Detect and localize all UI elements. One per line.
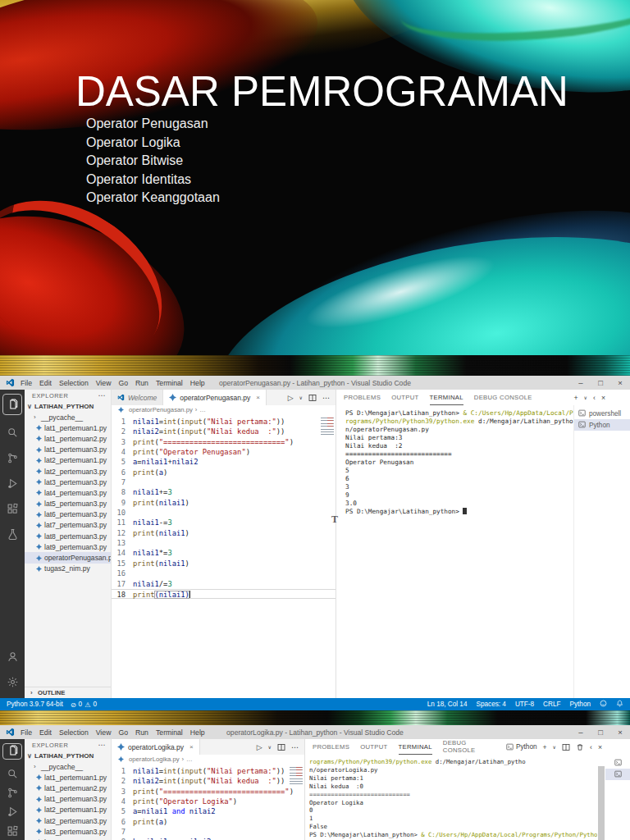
explorer-more-icon[interactable]: ⋯ — [98, 391, 107, 399]
source-control-icon[interactable] — [3, 783, 21, 802]
breadcrumb[interactable]: operatorLogika.py › … — [112, 755, 304, 764]
terminal-output[interactable]: rograms/Python/Python39/python.exe d:/Me… — [305, 755, 597, 840]
run-debug-icon[interactable] — [3, 802, 21, 821]
python-version-status[interactable]: Python 3.9.7 64-bit — [7, 701, 63, 708]
status-python[interactable]: Python — [570, 701, 591, 708]
new-terminal-button[interactable]: + — [543, 743, 547, 751]
menu-edit[interactable]: Edit — [39, 379, 52, 387]
menu-view[interactable]: View — [96, 728, 112, 737]
close-button[interactable]: × — [610, 376, 630, 390]
menu-help[interactable]: Help — [190, 728, 205, 737]
panel-tab-output[interactable]: OUTPUT — [391, 390, 418, 405]
menu-help[interactable]: Help — [190, 379, 205, 387]
panel-tab-problems[interactable]: PROBLEMS — [344, 390, 381, 405]
file-lat3_pertemuan3.py[interactable]: lat3_pertemuan3.py — [25, 826, 111, 837]
file-lat1_pertemuan1.py[interactable]: lat1_pertemuan1.py — [25, 422, 111, 433]
split-editor-icon[interactable] — [308, 394, 317, 402]
file-lat1_pertemuan3.py[interactable]: lat1_pertemuan3.py — [25, 794, 111, 805]
file-lat2_pertemuan3.py[interactable]: lat2_pertemuan3.py — [25, 815, 111, 826]
minimize-button[interactable]: – — [571, 376, 591, 390]
terminal-item-2[interactable] — [605, 769, 630, 780]
tab-operatorPenugasan[interactable]: operatorPenugasan.py × — [163, 390, 267, 405]
outline-section[interactable]: › OUTLINE — [25, 687, 111, 698]
search-icon[interactable] — [3, 420, 21, 445]
testing-icon[interactable] — [3, 522, 21, 547]
run-button[interactable]: ▷ — [288, 394, 294, 402]
terminal-dropdown-icon[interactable]: ∨ — [553, 744, 556, 750]
explorer-icon[interactable] — [2, 743, 22, 760]
split-editor-icon[interactable] — [277, 743, 285, 751]
panel-close-icon[interactable]: × — [598, 743, 602, 751]
run-button[interactable]: ▷ — [257, 743, 262, 751]
status-utf-8[interactable]: UTF-8 — [515, 701, 534, 708]
panel-close-icon[interactable]: × — [601, 394, 605, 402]
terminal-dropdown-icon[interactable]: ∨ — [584, 395, 587, 400]
minimap[interactable] — [290, 767, 303, 787]
more-actions-icon[interactable]: ⋯ — [291, 743, 299, 751]
status-ln-18-col-14[interactable]: Ln 18, Col 14 — [427, 701, 468, 708]
more-actions-icon[interactable]: ⋯ — [322, 394, 330, 402]
file-lat2_pertemuan1.py[interactable]: lat2_pertemuan1.py — [25, 455, 111, 466]
panel-tab-problems[interactable]: PROBLEMS — [313, 739, 349, 755]
problems-status[interactable]: ⊘ 0 ⚠ 0 — [71, 701, 97, 709]
file-lat6_pertemuan3.py[interactable]: lat6_pertemuan3.py — [25, 509, 111, 520]
terminal-output[interactable]: PS D:\Mengajar\Latihan_python> & C:/User… — [336, 405, 573, 698]
file-lat4_pertemuan3.py[interactable]: lat4_pertemuan3.py — [25, 837, 111, 840]
file-lat7_pertemuan3.py[interactable]: lat7_pertemuan3.py — [25, 520, 111, 531]
menu-run[interactable]: Run — [135, 728, 148, 737]
status-spaces-4[interactable]: Spaces: 4 — [476, 701, 505, 708]
file-lat2_pertemuan1.py[interactable]: lat2_pertemuan1.py — [25, 805, 111, 815]
breadcrumb[interactable]: operatorPenugasan.py › … — [112, 405, 336, 414]
panel-collapse-icon[interactable]: ‹ — [593, 394, 596, 402]
tree-root-folder[interactable]: ∨ LATIHAN_PYTHON — [25, 401, 111, 412]
panel-collapse-icon[interactable]: ‹ — [590, 743, 592, 751]
maximize-button[interactable]: □ — [591, 725, 610, 739]
file-lat1_pertemuan2.py[interactable]: lat1_pertemuan2.py — [25, 783, 111, 793]
feedback-smiley-icon[interactable] — [600, 700, 607, 709]
menu-edit[interactable]: Edit — [39, 728, 52, 737]
tree-root-folder[interactable]: ∨ LATIHAN_PYTHON — [25, 751, 111, 761]
run-dropdown-icon[interactable]: ∨ — [299, 395, 303, 400]
kill-terminal-icon[interactable] — [576, 743, 584, 751]
menu-file[interactable]: File — [21, 728, 32, 737]
file-operatorPenugasan.py[interactable]: operatorPenugasan.py — [25, 552, 111, 563]
extensions-icon[interactable] — [3, 822, 21, 840]
file-lat2_pertemuan3.py[interactable]: lat2_pertemuan3.py — [25, 466, 111, 477]
new-terminal-button[interactable]: + — [574, 394, 578, 402]
tree-folder-pycache[interactable]: › __pycache__ — [25, 761, 111, 772]
terminal-item-powershell[interactable]: powershell — [574, 408, 630, 419]
search-icon[interactable] — [3, 765, 21, 783]
file-lat3_pertemuan3.py[interactable]: lat3_pertemuan3.py — [25, 477, 111, 487]
menu-terminal[interactable]: Terminal — [156, 728, 183, 737]
file-tugas2_nim.py[interactable]: tugas2_nim.py — [25, 564, 111, 574]
close-button[interactable]: × — [610, 725, 630, 739]
source-control-icon[interactable] — [3, 445, 21, 471]
notifications-bell-icon[interactable] — [616, 700, 623, 709]
panel-tab-output[interactable]: OUTPUT — [360, 739, 387, 755]
code-editor[interactable]: 1nilai1=int(input("Nilai pertama:"))2nil… — [112, 414, 336, 698]
menu-selection[interactable]: Selection — [59, 379, 89, 387]
menu-go[interactable]: Go — [118, 379, 128, 387]
gear-icon[interactable] — [3, 669, 21, 695]
tab-operatorLogika[interactable]: operatorLogika.py × — [112, 739, 200, 755]
menu-terminal[interactable]: Terminal — [156, 379, 183, 387]
file-lat1_pertemuan2.py[interactable]: lat1_pertemuan2.py — [25, 433, 111, 444]
file-lat1_pertemuan1.py[interactable]: lat1_pertemuan1.py — [25, 772, 111, 783]
minimap[interactable] — [321, 418, 334, 437]
explorer-icon[interactable] — [2, 394, 22, 415]
file-lat9_pertemuan3.py[interactable]: lat9_pertemuan3.py — [25, 541, 111, 552]
run-debug-icon[interactable] — [3, 471, 21, 496]
file-lat1_pertemuan3.py[interactable]: lat1_pertemuan3.py — [25, 445, 111, 455]
menu-run[interactable]: Run — [135, 379, 148, 387]
account-icon[interactable] — [3, 644, 21, 669]
terminal-item-Python[interactable]: Python — [574, 419, 630, 431]
split-terminal-icon[interactable] — [562, 743, 570, 751]
panel-tab-debug-console[interactable]: DEBUG CONSOLE — [474, 390, 532, 405]
minimize-button[interactable]: – — [571, 725, 591, 739]
terminal-shell-selector[interactable]: Python — [506, 743, 537, 751]
menu-selection[interactable]: Selection — [59, 728, 89, 737]
terminal-scrollbar[interactable] — [597, 755, 605, 840]
extensions-icon[interactable] — [3, 496, 21, 522]
menu-view[interactable]: View — [96, 379, 112, 387]
menu-go[interactable]: Go — [118, 728, 128, 737]
